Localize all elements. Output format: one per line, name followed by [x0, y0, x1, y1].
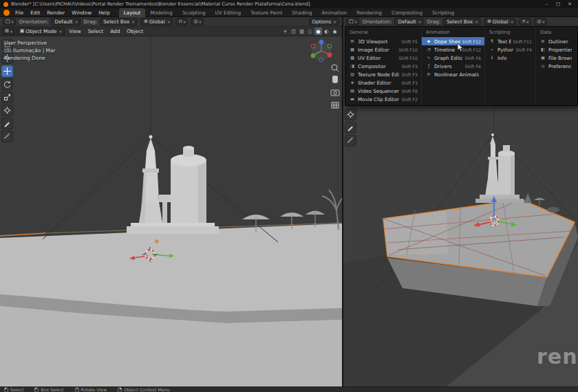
- menu-item-3d-viewport[interactable]: ⊞3D ViewportShift F5: [345, 37, 421, 45]
- active-tool-button[interactable]: ▢: [346, 18, 359, 25]
- shader-editor-icon: ◈: [349, 80, 356, 85]
- tool-settings-bar-left: ▢ Orientation: Default Drag: Select Box …: [0, 17, 342, 27]
- scale-tool[interactable]: [1, 91, 13, 103]
- menu-render[interactable]: Render: [43, 8, 68, 17]
- menu-window[interactable]: Window: [68, 8, 95, 17]
- move-tool[interactable]: [1, 65, 13, 77]
- rotate-tool[interactable]: [1, 78, 13, 90]
- hint-box-select: Box Select: [34, 387, 63, 392]
- menu-item-dope-sheet[interactable]: ◆Dope SheetShift F12: [422, 37, 484, 45]
- shading-rendered-button[interactable]: ◉: [331, 28, 339, 35]
- menu-item-python-console[interactable]: »Python ConsoleShift F4: [485, 45, 535, 54]
- menu-item-movie-clip-editor[interactable]: ▬Movie Clip EditorShift F2: [345, 95, 421, 103]
- options-dropdown[interactable]: Options: [309, 18, 340, 25]
- menu-item-preferences[interactable]: ◎Preferences: [536, 62, 577, 70]
- menu-item-graph-editor[interactable]: ∿Graph EditorShift F6: [422, 54, 484, 62]
- menu-item-file-browser[interactable]: ▣File Browser: [536, 54, 577, 62]
- tab-shading[interactable]: Shading: [287, 8, 317, 17]
- tab-layout[interactable]: Layout: [119, 8, 145, 17]
- menu-add[interactable]: Add: [107, 28, 122, 34]
- show-gizmo-toggle[interactable]: +: [281, 28, 289, 35]
- window-title: Blender* [C:\Users\PICHAU\Videos\Portal …: [11, 1, 310, 7]
- mouse-left-icon: [4, 387, 8, 392]
- snap-button[interactable]: ∩: [175, 18, 188, 25]
- menu-item-compositor[interactable]: ◨CompositorShift F3: [345, 62, 421, 70]
- transform-orientation-dropdown[interactable]: ⊕Global: [484, 18, 517, 25]
- xray-toggle[interactable]: ▥: [298, 28, 306, 35]
- shading-wireframe-button[interactable]: ○: [306, 28, 314, 35]
- measure-tool[interactable]: [345, 135, 356, 146]
- menu-item-outliner[interactable]: ≣Outliner: [536, 37, 577, 45]
- nla-icon: ≋: [425, 72, 432, 77]
- menu-item-uv-editor[interactable]: ▩UV EditorShift F10: [345, 54, 421, 62]
- proportional-edit-button[interactable]: ◎: [534, 18, 547, 25]
- light-object-origin[interactable]: [156, 240, 158, 243]
- drag-dropdown[interactable]: Select Box: [443, 18, 481, 25]
- tab-texture-paint[interactable]: Texture Paint: [246, 8, 287, 17]
- orientation-dropdown[interactable]: Default: [51, 18, 81, 25]
- menu-item-video-sequencer[interactable]: ▤Video SequencerShift F8: [345, 87, 421, 95]
- tab-animation[interactable]: Animation: [317, 8, 352, 17]
- annotate-tool[interactable]: [345, 122, 356, 133]
- menu-item-drivers[interactable]: ƒDriversShift F6: [422, 62, 484, 70]
- column-title: Data: [536, 28, 577, 37]
- tab-compositing[interactable]: Compositing: [387, 8, 427, 17]
- menu-view[interactable]: View: [66, 28, 83, 34]
- editor-type-button[interactable]: ⊞: [2, 28, 15, 35]
- transform-orientation-dropdown[interactable]: ⊕Global: [140, 18, 173, 25]
- cube-icon: ▣: [20, 28, 25, 35]
- menu-select[interactable]: Select: [85, 28, 107, 34]
- menu-file[interactable]: File: [12, 8, 27, 17]
- viewport-canvas-left[interactable]: User Perspective (0) Iluminação | Mar Re…: [0, 36, 342, 386]
- tab-scripting[interactable]: Scripting: [427, 8, 459, 17]
- annotate-tool[interactable]: [1, 118, 13, 129]
- snap-button[interactable]: ∩: [519, 18, 531, 25]
- orientation-dropdown[interactable]: Default: [394, 18, 424, 25]
- menu-item-text-editor[interactable]: ¶Text EditorShift F11: [485, 37, 535, 45]
- menu-column-general: General ⊞3D ViewportShift F5 ▦Image Edit…: [345, 27, 421, 105]
- maximize-button[interactable]: ▢: [553, 0, 563, 8]
- scene-left[interactable]: [0, 36, 342, 386]
- shading-solid-button[interactable]: ●: [314, 28, 322, 35]
- overlays-toggle[interactable]: ◫: [290, 28, 297, 35]
- menu-column-scripting: Scripting ¶Text EditorShift F11 »Python …: [484, 27, 535, 105]
- menu-help[interactable]: Help: [95, 8, 114, 17]
- menu-object[interactable]: Object: [124, 28, 146, 34]
- mouse-cursor: [457, 43, 464, 54]
- video-sequencer-icon: ▤: [349, 88, 356, 94]
- options-label: Options: [312, 19, 332, 25]
- active-tool-button[interactable]: ▢: [3, 18, 16, 25]
- proportional-edit-button[interactable]: ◎: [191, 18, 204, 25]
- menu-item-nonlinear-animation[interactable]: ≋Nonlinear Animation: [422, 70, 484, 78]
- hint-object-context-menu: Object Context Menu: [118, 387, 169, 392]
- tab-modeling[interactable]: Modeling: [145, 8, 178, 17]
- tab-rendering[interactable]: Rendering: [352, 8, 387, 17]
- mouse-middle-icon: [75, 387, 79, 392]
- workspace-tabs: Layout Modeling Sculpting UV Editing Tex…: [119, 8, 459, 17]
- blender-icon[interactable]: [3, 10, 10, 16]
- menu-item-info[interactable]: ℹInfo: [485, 54, 535, 62]
- measure-tool[interactable]: [1, 131, 13, 142]
- tab-uv-editing[interactable]: UV Editing: [210, 8, 246, 17]
- tab-sculpting[interactable]: Sculpting: [178, 8, 211, 17]
- mode-dropdown[interactable]: ▣Object Mode: [17, 28, 65, 35]
- transform-tool[interactable]: [345, 109, 356, 120]
- menu-item-shader-editor[interactable]: ◈Shader EditorShift F3: [345, 78, 421, 87]
- menu-item-image-editor[interactable]: ▦Image EditorShift F10: [345, 45, 421, 54]
- shading-material-button[interactable]: ◐: [323, 28, 330, 35]
- viewport-info-text: User Perspective (0) Iluminação | Mar Re…: [4, 39, 55, 62]
- minimize-button[interactable]: –: [542, 0, 551, 8]
- compositor-icon: ◨: [349, 63, 356, 69]
- orientation-value: Default: [398, 19, 416, 25]
- menu-item-texture-node-editor[interactable]: ▨Texture Node EditorShift F3: [345, 70, 421, 78]
- menu-column-data: Data ≣Outliner ◧Properties ▣File Browser…: [535, 27, 577, 105]
- drag-dropdown[interactable]: Select Box: [100, 18, 138, 25]
- proportional-icon: ◎: [193, 18, 197, 25]
- transform-tool[interactable]: [1, 105, 13, 116]
- menu-item-properties[interactable]: ◧Properties: [536, 45, 577, 54]
- close-button[interactable]: ✕: [565, 0, 575, 8]
- move-view-hand-icon[interactable]: [332, 76, 338, 83]
- editor-type-icon: ⊞: [5, 28, 9, 35]
- menu-item-timeline[interactable]: ◔TimelineShift F12: [422, 45, 484, 54]
- menu-edit[interactable]: Edit: [27, 8, 43, 17]
